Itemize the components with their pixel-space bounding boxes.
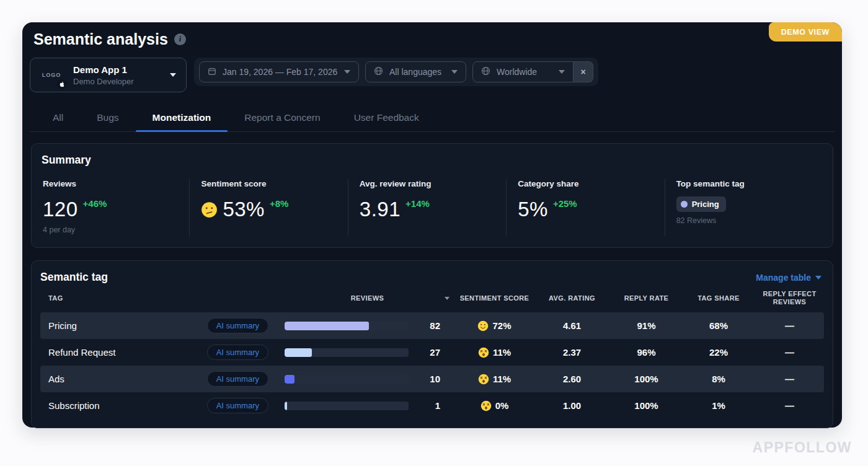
table-body: Pricing AI summary 82 72% (40, 312, 824, 419)
app-logo-placeholder: LOGO (42, 72, 61, 78)
tag-share-cell: 8% (682, 374, 755, 384)
reviews-bar (285, 322, 409, 330)
tag-name: Pricing (48, 320, 77, 331)
semantic-analysis-panel: DEMO VIEW Semantic analysis i LOGO Demo … (22, 22, 842, 428)
app-selector-dropdown[interactable]: LOGO Demo App 1 Demo Developer (30, 58, 187, 92)
manage-table-label: Manage table (756, 273, 811, 283)
metric-label: Sentiment score (201, 179, 347, 188)
column-header-tag-share[interactable]: TAG SHARE (682, 294, 755, 302)
tag-share-cell: 1% (682, 400, 755, 411)
ai-summary-button[interactable]: AI summary (207, 398, 268, 413)
metric-top-semantic-tag: Top semantic tag Pricing 82 Reviews (665, 179, 823, 236)
slightly-smiling-face-icon (477, 320, 489, 332)
table-row-pricing[interactable]: Pricing AI summary 82 72% (40, 312, 824, 339)
table-row-subscription[interactable]: Subscription AI summary 1 0% (40, 392, 824, 419)
avg-rating-value: 3.91 (360, 198, 401, 221)
category-share-delta: +25% (553, 198, 577, 209)
app-developer: Demo Developer (73, 77, 161, 86)
metric-label: Reviews (43, 179, 189, 188)
manage-table-button[interactable]: Manage table (756, 273, 824, 283)
date-range-filter[interactable]: Jan 19, 2026 — Feb 17, 2026 (199, 61, 359, 82)
confused-face-icon (201, 201, 218, 218)
globe-icon (374, 66, 383, 77)
sentiment-score-cell: 11% (456, 347, 533, 358)
chevron-down-icon (559, 70, 565, 74)
table-header-row: TAG REVIEWS SENTIMENT SCORE AVG. RATING … (40, 284, 824, 312)
reviews-delta: +46% (83, 198, 107, 209)
category-share-value: 5% (518, 198, 548, 221)
metric-avg-review-rating: Avg. review rating 3.91 +14% (348, 179, 506, 236)
sentiment-value: 53% (223, 198, 265, 221)
column-header-reply-effect-reviews[interactable]: REPLY EFFECT REVIEWS (755, 290, 824, 306)
chevron-down-icon (344, 70, 350, 74)
tag-name: Subscription (48, 400, 100, 411)
language-value: All languages (389, 67, 441, 77)
column-header-sentiment-score[interactable]: SENTIMENT SCORE (456, 294, 533, 302)
tag-name: Ads (48, 374, 64, 384)
region-value: Worldwide (497, 67, 537, 77)
avg-rating-cell: 4.61 (533, 320, 611, 331)
demo-view-badge: DEMO VIEW (769, 22, 842, 42)
column-header-reviews[interactable]: REVIEWS (279, 294, 456, 302)
avg-rating-cell: 1.00 (533, 400, 611, 411)
globe-icon (481, 66, 490, 77)
avg-rating-cell: 2.60 (533, 374, 611, 384)
tag-color-dot (681, 201, 688, 208)
sentiment-score-cell: 11% (456, 374, 533, 385)
reviews-count: 27 (430, 347, 440, 358)
info-icon[interactable]: i (174, 33, 186, 45)
top-tag-name: Pricing (692, 200, 719, 209)
reply-rate-cell: 100% (611, 400, 682, 411)
app-logo: LOGO (39, 63, 64, 87)
table-row-refund-request[interactable]: Refund Request AI summary 27 11% (40, 339, 824, 366)
semantic-tag-card: Semantic tag Manage table TAG REVIEWS SE… (31, 260, 833, 428)
summary-title: Summary (42, 154, 823, 167)
avg-rating-delta: +14% (405, 198, 430, 209)
sentiment-score-cell: 0% (456, 400, 533, 411)
avg-rating-cell: 2.37 (533, 347, 611, 358)
tab-user-feedback[interactable]: User Feedback (337, 106, 436, 131)
column-header-tag[interactable]: TAG (40, 294, 279, 302)
reply-rate-cell: 91% (611, 320, 682, 331)
reply-effect-cell: — (755, 400, 824, 411)
column-header-reply-rate[interactable]: REPLY RATE (611, 294, 682, 302)
reviews-value: 120 (43, 198, 78, 221)
reviews-count: 10 (430, 374, 440, 384)
ai-summary-button[interactable]: AI summary (207, 371, 268, 387)
chevron-down-icon (451, 70, 458, 74)
tab-report-a-concern[interactable]: Report a Concern (228, 106, 337, 131)
reply-effect-cell: — (755, 374, 824, 384)
tab-bugs[interactable]: Bugs (80, 106, 135, 131)
chevron-down-icon (815, 276, 822, 279)
tag-share-cell: 22% (682, 347, 755, 358)
sentiment-score-cell: 72% (456, 320, 533, 332)
top-tag-reviews: 82 Reviews (676, 216, 823, 225)
dizzy-face-icon (478, 347, 489, 358)
reviews-bar (285, 375, 409, 384)
appfollow-watermark: APPFOLLOW (753, 439, 852, 456)
language-filter[interactable]: All languages (365, 61, 466, 82)
metric-category-share: Category share 5% +25% (506, 179, 664, 236)
semantic-tag-title: Semantic tag (40, 271, 108, 284)
sentiment-delta: +8% (270, 198, 288, 209)
filter-group: Jan 19, 2026 — Feb 17, 2026 All language… (194, 58, 598, 86)
top-tag-pill[interactable]: Pricing (676, 196, 726, 212)
app-name: Demo App 1 (73, 64, 161, 75)
tab-monetization[interactable]: Monetization (136, 106, 228, 131)
reply-rate-cell: 96% (611, 347, 682, 358)
reply-effect-cell: — (755, 347, 824, 358)
column-header-avg-rating[interactable]: AVG. RATING (533, 294, 611, 302)
ai-summary-button[interactable]: AI summary (207, 345, 268, 360)
region-filter[interactable]: Worldwide (472, 61, 574, 82)
tab-all[interactable]: All (36, 106, 80, 131)
table-row-ads[interactable]: Ads AI summary 10 11% (40, 366, 824, 392)
ai-summary-button[interactable]: AI summary (207, 318, 268, 333)
dizzy-face-icon (478, 374, 489, 385)
tab-bar: All Bugs Monetization Report a Concern U… (30, 106, 835, 132)
clear-region-filter-button[interactable]: × (574, 61, 593, 82)
tag-share-cell: 68% (682, 320, 755, 331)
dizzy-face-icon (480, 400, 492, 411)
metric-label: Category share (518, 179, 664, 188)
reviews-count: 1 (435, 400, 440, 411)
date-range-value: Jan 19, 2026 — Feb 17, 2026 (223, 67, 337, 77)
